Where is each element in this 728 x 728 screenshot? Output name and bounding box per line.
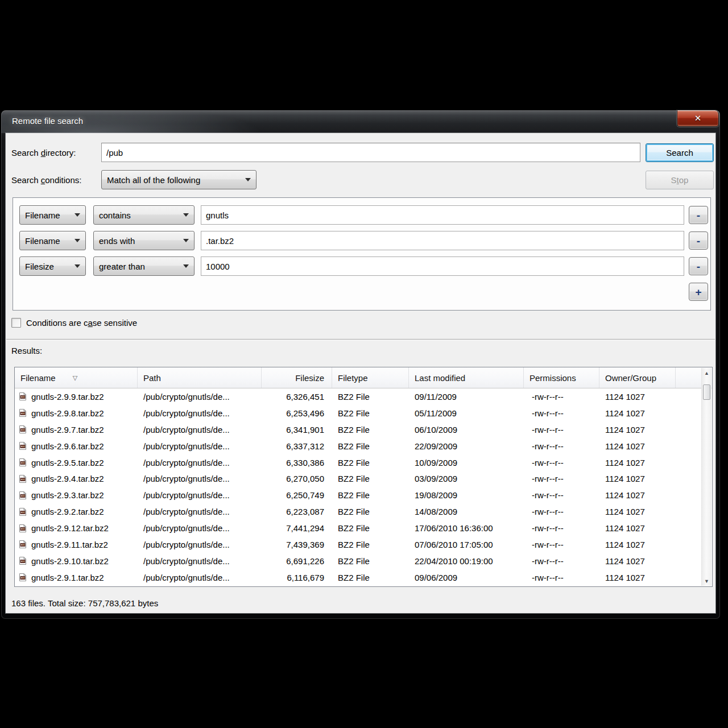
condition-field-select[interactable]: Filename — [19, 205, 86, 225]
scrollbar-thumb[interactable] — [703, 384, 710, 400]
condition-value-input[interactable] — [201, 257, 684, 276]
case-sensitive-checkbox[interactable] — [11, 318, 21, 328]
bz2-file-icon — [18, 507, 27, 516]
conditions-panel: + Filename contains - Filename ends with… — [13, 197, 711, 311]
file-permissions: -rw-r--r-- — [524, 425, 599, 435]
file-name: gnutls-2.9.3.tar.bz2 — [31, 490, 104, 500]
table-row[interactable]: gnutls-2.9.3.tar.bz2 /pub/crypto/gnutls/… — [15, 487, 701, 503]
file-type: BZ2 File — [332, 523, 409, 533]
search-directory-input[interactable] — [101, 143, 640, 162]
condition-value-input[interactable] — [201, 205, 684, 225]
separator — [6, 339, 715, 340]
file-modified: 17/06/2010 16:36:00 — [409, 523, 524, 533]
condition-operator-select[interactable]: ends with — [93, 231, 195, 250]
bz2-file-icon — [18, 491, 27, 500]
file-path: /pub/crypto/gnutls/de... — [138, 540, 262, 549]
condition-row: Filename ends with - — [13, 231, 710, 250]
column-header-filesize[interactable]: Filesize — [262, 367, 332, 388]
remove-condition-button[interactable]: - — [689, 231, 708, 250]
table-row[interactable]: gnutls-2.9.1.tar.bz2 /pub/crypto/gnutls/… — [15, 569, 701, 586]
file-name: gnutls-2.9.11.tar.bz2 — [31, 540, 108, 549]
file-owner-group: 1124 1027 — [599, 573, 676, 582]
file-permissions: -rw-r--r-- — [524, 556, 599, 566]
condition-row: Filesize greater than - — [13, 257, 710, 276]
file-path: /pub/crypto/gnutls/de... — [138, 490, 262, 500]
table-row[interactable]: gnutls-2.9.9.tar.bz2 /pub/crypto/gnutls/… — [15, 388, 701, 405]
search-button[interactable]: Search — [646, 143, 714, 162]
file-path: /pub/crypto/gnutls/de... — [138, 392, 262, 402]
sort-descending-icon: ▽ — [73, 374, 77, 382]
chevron-down-icon — [75, 213, 80, 217]
file-size: 6,330,386 — [262, 458, 332, 468]
titlebar[interactable]: Remote file search ✕ — [1, 110, 720, 133]
file-type: BZ2 File — [332, 441, 409, 451]
file-name: gnutls-2.9.9.tar.bz2 — [31, 392, 104, 402]
column-header-filename[interactable]: Filename ▽ — [15, 367, 138, 388]
vertical-scrollbar[interactable]: ▲ ▼ — [701, 368, 712, 586]
table-row[interactable]: gnutls-2.9.2.tar.bz2 /pub/crypto/gnutls/… — [15, 503, 701, 520]
bz2-file-icon — [18, 474, 27, 483]
file-path: /pub/crypto/gnutls/de... — [138, 441, 262, 451]
add-condition-button[interactable]: + — [689, 283, 708, 301]
scroll-down-icon[interactable]: ▼ — [702, 576, 712, 586]
file-name: gnutls-2.9.12.tar.bz2 — [31, 523, 109, 533]
table-row[interactable]: gnutls-2.9.6.tar.bz2 /pub/crypto/gnutls/… — [15, 438, 701, 454]
chevron-down-icon — [183, 213, 189, 217]
dialog-client-area: Search directory: Search Search conditio… — [6, 133, 715, 613]
column-header-last-modified[interactable]: Last modified — [409, 367, 524, 388]
file-modified: 14/08/2009 — [409, 507, 524, 516]
condition-value-input[interactable] — [201, 231, 684, 250]
bz2-file-icon — [18, 392, 27, 401]
file-owner-group: 1124 1027 — [599, 540, 676, 549]
file-owner-group: 1124 1027 — [599, 408, 676, 418]
remove-condition-button[interactable]: - — [689, 257, 708, 275]
window-title: Remote file search — [12, 110, 83, 132]
table-row[interactable]: gnutls-2.9.8.tar.bz2 /pub/crypto/gnutls/… — [15, 405, 701, 421]
table-row[interactable]: gnutls-2.9.11.tar.bz2 /pub/crypto/gnutls… — [15, 536, 701, 553]
table-row[interactable]: gnutls-2.9.4.tar.bz2 /pub/crypto/gnutls/… — [15, 470, 701, 487]
condition-field-select[interactable]: Filename — [19, 231, 86, 250]
file-permissions: -rw-r--r-- — [524, 507, 599, 516]
column-header-path[interactable]: Path — [138, 367, 262, 388]
bz2-file-icon — [18, 441, 27, 450]
scroll-up-icon[interactable]: ▲ — [702, 368, 712, 378]
table-row[interactable]: gnutls-2.9.10.tar.bz2 /pub/crypto/gnutls… — [15, 553, 701, 569]
match-mode-value: Match all of the following — [107, 175, 200, 185]
file-type: BZ2 File — [332, 490, 409, 500]
table-row[interactable]: gnutls-2.9.12.tar.bz2 /pub/crypto/gnutls… — [15, 520, 701, 536]
column-header-permissions[interactable]: Permissions — [524, 367, 599, 388]
file-owner-group: 1124 1027 — [599, 523, 676, 533]
stop-button[interactable]: Stop — [646, 171, 714, 189]
file-size: 7,441,294 — [262, 523, 332, 533]
search-directory-label: Search directory: — [11, 148, 76, 158]
file-modified: 06/10/2009 — [409, 425, 524, 435]
file-size: 6,691,226 — [262, 556, 332, 566]
status-bar-text: 163 files. Total size: 757,783,621 bytes — [11, 598, 158, 608]
file-type: BZ2 File — [332, 474, 409, 483]
table-row[interactable]: gnutls-2.9.5.tar.bz2 /pub/crypto/gnutls/… — [15, 454, 701, 471]
chevron-down-icon — [75, 264, 80, 268]
file-modified: 10/09/2009 — [409, 458, 524, 468]
remove-condition-button[interactable]: - — [689, 206, 708, 224]
file-permissions: -rw-r--r-- — [524, 490, 599, 500]
condition-operator-select[interactable]: greater than — [93, 257, 195, 276]
file-size: 6,341,901 — [262, 425, 332, 435]
column-header-filetype[interactable]: Filetype — [332, 367, 409, 388]
file-path: /pub/crypto/gnutls/de... — [138, 507, 262, 516]
column-header-owner-group[interactable]: Owner/Group — [599, 367, 676, 388]
file-type: BZ2 File — [332, 573, 409, 582]
file-name: gnutls-2.9.6.tar.bz2 — [31, 441, 104, 451]
close-button[interactable]: ✕ — [677, 110, 719, 127]
file-owner-group: 1124 1027 — [599, 425, 676, 435]
file-name: gnutls-2.9.10.tar.bz2 — [31, 556, 109, 566]
file-permissions: -rw-r--r-- — [524, 458, 599, 468]
file-name: gnutls-2.9.5.tar.bz2 — [31, 458, 104, 468]
file-path: /pub/crypto/gnutls/de... — [138, 474, 262, 483]
condition-operator-select[interactable]: contains — [93, 205, 195, 225]
condition-field-select[interactable]: Filesize — [19, 257, 86, 276]
table-row[interactable]: gnutls-2.9.7.tar.bz2 /pub/crypto/gnutls/… — [15, 421, 701, 438]
file-permissions: -rw-r--r-- — [524, 392, 599, 402]
chevron-down-icon — [75, 239, 80, 242]
match-mode-select[interactable]: Match all of the following — [101, 170, 257, 189]
case-sensitive-row: Conditions are case sensitive — [11, 317, 137, 328]
